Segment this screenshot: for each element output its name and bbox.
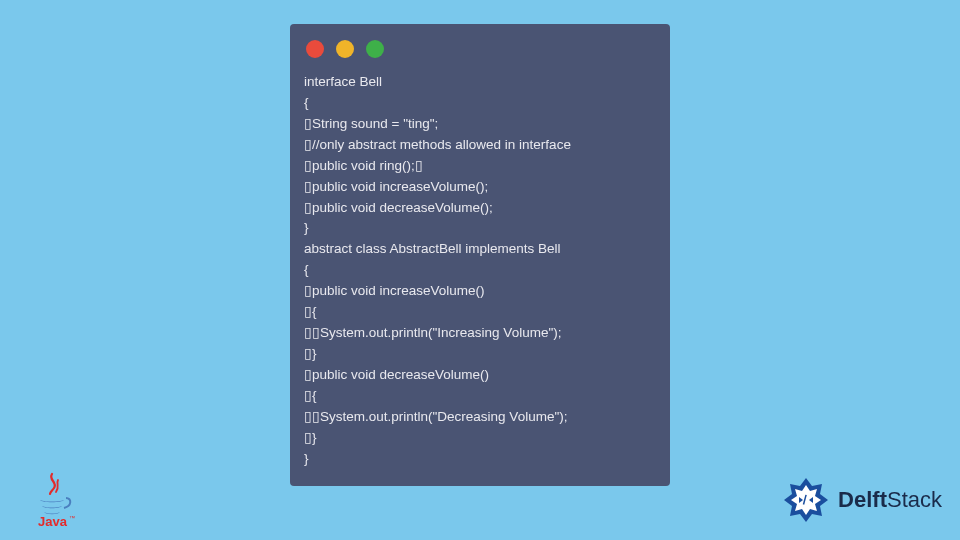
code-window: interface Bell { ▯String sound = "ting";…: [290, 24, 670, 486]
svg-text:™: ™: [69, 515, 75, 521]
brand-logo: DelftStack: [780, 474, 942, 526]
maximize-dot-icon: [366, 40, 384, 58]
code-content: interface Bell { ▯String sound = "ting";…: [304, 72, 656, 470]
minimize-dot-icon: [336, 40, 354, 58]
java-label: Java: [38, 514, 68, 528]
window-controls: [304, 34, 656, 72]
svg-marker-2: [791, 485, 821, 515]
delftstack-icon: [780, 474, 832, 526]
close-dot-icon: [306, 40, 324, 58]
brand-name: DelftStack: [838, 487, 942, 513]
java-logo-icon: Java ™: [28, 470, 76, 528]
